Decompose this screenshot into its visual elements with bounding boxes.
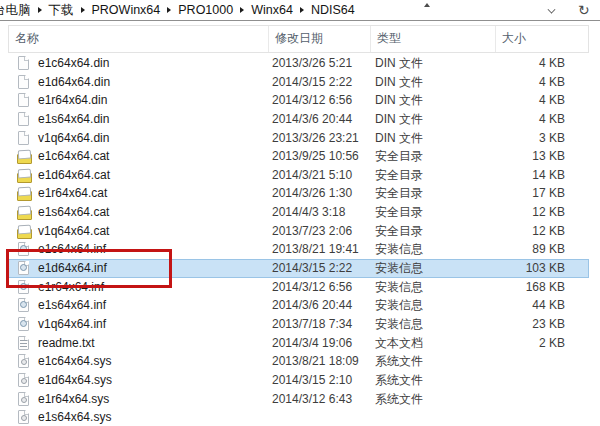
file-name: e1d64x64.din — [38, 73, 110, 92]
file-type: DIN 文件 — [375, 91, 423, 110]
file-size: 12 KB — [438, 203, 565, 222]
file-size: 4 KB — [438, 73, 565, 92]
file-name: e1d64x64.inf — [38, 259, 107, 278]
file-name: v1q64x64.cat — [38, 222, 109, 241]
file-row[interactable]: e1d64x64.sys 2014/3/15 2:10 系统文件 — [8, 371, 589, 390]
breadcrumb-arrow-icon — [167, 7, 171, 13]
file-name: v1q64x64.din — [38, 129, 109, 148]
file-name: e1d64x64.cat — [38, 166, 110, 185]
breadcrumb-item-winx64[interactable]: Winx64 — [249, 3, 295, 17]
breadcrumb-item-downloads[interactable]: 下载 — [47, 2, 76, 19]
file-date-modified: 2013/9/25 10:56 — [272, 147, 359, 166]
file-type: 安装信息 — [375, 259, 423, 278]
file-name: e1r64x64.inf — [38, 278, 104, 297]
file-type: DIN 文件 — [375, 54, 423, 73]
file-row[interactable]: e1s64x64.din 2014/3/6 20:44 DIN 文件 4 KB — [8, 110, 589, 129]
file-row[interactable]: e1c64x64.din 2013/3/26 5:21 DIN 文件 4 KB — [8, 54, 589, 73]
file-row[interactable]: e1r64x64.inf 2014/3/12 6:56 安装信息 168 KB — [8, 278, 589, 297]
breadcrumb-item-ndis64[interactable]: NDIS64 — [309, 3, 357, 17]
file-row[interactable]: readme.txt 2014/3/4 19:06 文本文档 2 KB — [8, 334, 589, 353]
security-catalog-icon — [17, 168, 30, 182]
file-row[interactable]: e1s64x64.cat 2014/4/3 3:18 安全目录 12 KB — [8, 203, 589, 222]
column-header-date-modified[interactable]: 修改日期 — [269, 26, 371, 52]
file-name: v1q64x64.inf — [38, 315, 106, 334]
file-type: 安全目录 — [375, 166, 423, 185]
column-header-name[interactable]: 名称 — [9, 26, 269, 52]
file-row[interactable]: e1r64x64.cat 2014/3/26 1:30 安全目录 17 KB — [8, 184, 589, 203]
file-name: e1c64x64.sys — [38, 352, 111, 371]
file-size: 103 KB — [438, 259, 565, 278]
file-name: e1r64x64.din — [38, 91, 107, 110]
file-row[interactable]: e1c64x64.sys 2013/8/21 18:09 系统文件 — [8, 352, 589, 371]
file-type: 安全目录 — [375, 222, 423, 241]
file-row[interactable]: e1c64x64.cat 2013/9/25 10:56 安全目录 13 KB — [8, 147, 589, 166]
security-catalog-icon — [17, 186, 30, 200]
breadcrumb-arrow-icon — [38, 7, 42, 13]
file-size: 17 KB — [438, 184, 565, 203]
file-type: 系统文件 — [375, 352, 423, 371]
file-name: e1s64x64.sys — [38, 408, 111, 426]
file-row[interactable]: e1s64x64.sys — [8, 408, 589, 426]
file-list: e1c64x64.din 2013/3/26 5:21 DIN 文件 4 KB … — [8, 54, 589, 426]
file-type: 安全目录 — [375, 203, 423, 222]
sort-ascending-icon — [424, 3, 430, 7]
system-file-icon — [17, 392, 30, 406]
file-type: DIN 文件 — [375, 73, 423, 92]
file-row[interactable]: e1s64x64.inf 2014/3/6 20:44 安装信息 44 KB — [8, 296, 589, 315]
file-size: 13 KB — [438, 147, 565, 166]
file-name: e1r64x64.sys — [38, 390, 109, 409]
chevron-down-icon[interactable] — [548, 6, 555, 13]
file-row[interactable]: v1q64x64.inf 2013/7/18 7:34 安装信息 23 KB — [8, 315, 589, 334]
refresh-icon[interactable]: ↻ — [578, 1, 590, 19]
file-type: 系统文件 — [375, 390, 423, 409]
column-header-type[interactable]: 类型 — [371, 26, 496, 52]
file-date-modified: 2014/3/26 1:30 — [272, 184, 352, 203]
file-name: e1s64x64.inf — [38, 296, 106, 315]
file-row[interactable]: e1d64x64.cat 2014/3/21 5:10 安全目录 14 KB — [8, 166, 589, 185]
file-row[interactable]: e1c64x64.inf 2013/8/21 19:41 安装信息 89 KB — [8, 240, 589, 259]
file-date-modified: 2014/3/6 20:44 — [272, 296, 352, 315]
column-header-size[interactable]: 大小 — [496, 26, 588, 52]
file-size: 4 KB — [438, 54, 565, 73]
file-type: 安装信息 — [375, 240, 423, 259]
file-date-modified: 2014/3/4 19:06 — [272, 334, 352, 353]
file-date-modified: 2014/3/12 6:56 — [272, 278, 352, 297]
file-name: readme.txt — [38, 334, 95, 353]
file-name: e1r64x64.cat — [38, 184, 107, 203]
file-date-modified: 2014/3/6 20:44 — [272, 110, 352, 129]
setup-information-icon — [17, 261, 30, 275]
file-name: e1d64x64.sys — [38, 371, 112, 390]
breadcrumb: 台电脑 下载 PROWinx64 PRO1000 Winx64 NDIS64 ↻ — [0, 0, 600, 21]
file-size: 14 KB — [438, 166, 565, 185]
setup-information-icon — [17, 280, 30, 294]
file-row[interactable]: e1r64x64.din 2014/3/12 6:56 DIN 文件 4 KB — [8, 91, 589, 110]
file-size: 168 KB — [438, 278, 565, 297]
breadcrumb-item-this-pc[interactable]: 台电脑 — [0, 2, 33, 19]
breadcrumb-arrow-icon — [300, 7, 304, 13]
file-date-modified: 2013/3/26 5:21 — [272, 54, 352, 73]
file-row[interactable]: e1d64x64.inf 2014/3/15 2:22 安装信息 103 KB — [8, 259, 589, 278]
breadcrumb-item-pro1000[interactable]: PRO1000 — [176, 3, 235, 17]
text-document-icon — [17, 336, 30, 350]
file-date-modified: 2013/8/21 19:41 — [272, 240, 359, 259]
file-type: 安全目录 — [375, 147, 423, 166]
file-size: 3 KB — [438, 129, 565, 148]
security-catalog-icon — [17, 224, 30, 238]
file-size: 89 KB — [438, 240, 565, 259]
file-row[interactable]: v1q64x64.din 2013/3/26 23:21 DIN 文件 3 KB — [8, 129, 589, 148]
file-row[interactable]: v1q64x64.cat 2013/7/23 2:06 安全目录 12 KB — [8, 222, 589, 241]
breadcrumb-arrow-icon — [240, 7, 244, 13]
file-date-modified: 2013/3/26 23:21 — [272, 129, 359, 148]
file-row[interactable]: e1r64x64.sys 2014/3/12 6:43 系统文件 — [8, 390, 589, 409]
file-type: 安装信息 — [375, 278, 423, 297]
file-name: e1s64x64.cat — [38, 203, 109, 222]
file-size: 12 KB — [438, 222, 565, 241]
file-name: e1c64x64.din — [38, 54, 109, 73]
system-file-icon — [17, 354, 30, 368]
file-size: 44 KB — [438, 296, 565, 315]
breadcrumb-item-prowinx64[interactable]: PROWinx64 — [90, 3, 163, 17]
file-type: 安装信息 — [375, 296, 423, 315]
file-date-modified: 2014/4/3 3:18 — [272, 203, 345, 222]
security-catalog-icon — [17, 205, 30, 219]
file-row[interactable]: e1d64x64.din 2014/3/15 2:22 DIN 文件 4 KB — [8, 73, 589, 92]
